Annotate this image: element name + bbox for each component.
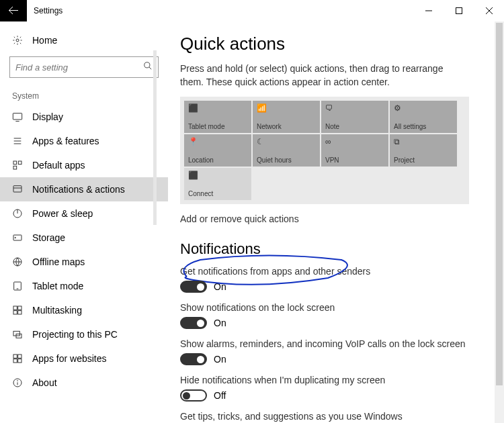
svg-rect-1: [456, 8, 462, 14]
qa-tile-icon: ⬛: [188, 103, 247, 113]
apps-icon: [12, 136, 23, 146]
toggle-state: On: [214, 318, 226, 328]
notification-setting: Hide notifications when I'm duplicating …: [180, 375, 484, 402]
notification-label: Hide notifications when I'm duplicating …: [180, 375, 484, 385]
sidebar-item-label: Projecting to this PC: [32, 329, 118, 340]
qa-tile[interactable]: ☾Quiet hours: [253, 134, 320, 167]
toggle-state: On: [214, 354, 226, 365]
qa-tile[interactable]: ⬛Connect: [184, 168, 251, 200]
qa-tile-icon: ⬛: [188, 171, 247, 180]
toggle-switch[interactable]: [180, 389, 207, 402]
qa-tile[interactable]: 📍Location: [184, 134, 251, 167]
sidebar-item-notifications[interactable]: Notifications & actions: [0, 177, 168, 201]
sidebar-item-label: About: [32, 377, 57, 388]
sidebar-scrollbar[interactable]: [153, 50, 157, 225]
qa-tile-icon: 📶: [257, 103, 316, 113]
quick-actions-grid: ⬛Tablet mode📶Network🗨Note⚙All settings📍L…: [180, 97, 469, 204]
search-box[interactable]: [9, 56, 159, 78]
qa-tile-label: All settings: [394, 123, 453, 130]
svg-rect-27: [18, 311, 22, 314]
main-scrollbar-thumb[interactable]: [496, 23, 503, 385]
tablet-icon: [12, 281, 23, 291]
add-remove-link[interactable]: Add or remove quick actions: [180, 214, 484, 224]
close-button[interactable]: [474, 0, 504, 21]
sidebar-item-multitask[interactable]: Multitasking: [0, 298, 168, 322]
sidebar: Home System DisplayApps & featuresDefaul…: [0, 21, 168, 423]
search-input[interactable]: [15, 62, 143, 73]
notification-setting: Get notifications from apps and other se…: [180, 266, 484, 293]
qa-tile-label: Connect: [188, 190, 247, 197]
quick-actions-subtext: Press and hold (or select) quick actions…: [180, 62, 449, 89]
multitask-icon: [12, 305, 23, 316]
toggle-state: On: [214, 281, 226, 292]
back-button[interactable]: 🡠: [0, 0, 27, 21]
qa-tile[interactable]: ∞VPN: [321, 134, 388, 167]
toggle-switch[interactable]: [180, 281, 207, 293]
notification-label: Show notifications on the lock screen: [180, 302, 484, 313]
sidebar-item-apps[interactable]: Apps & features: [0, 129, 168, 153]
notification-setting: Show notifications on the lock screenOn: [180, 302, 484, 329]
svg-rect-14: [13, 166, 17, 169]
qa-tile-icon: 🗨: [325, 103, 384, 113]
minimize-button[interactable]: [413, 0, 444, 21]
qa-tile[interactable]: ⚙All settings: [390, 101, 457, 133]
qa-tile-icon: 📍: [188, 137, 247, 146]
toggle-switch[interactable]: [180, 353, 207, 365]
qa-tile-label: Project: [394, 156, 453, 164]
sidebar-item-storage[interactable]: Storage: [0, 226, 168, 250]
notification-label: Show alarms, reminders, and incoming VoI…: [180, 338, 484, 349]
svg-rect-13: [18, 161, 22, 164]
qa-tile-label: VPN: [325, 156, 384, 164]
toggle-switch[interactable]: [180, 317, 207, 329]
home-nav[interactable]: Home: [0, 28, 168, 52]
main-content[interactable]: Quick actions Press and hold (or select)…: [168, 21, 504, 423]
toggle-state: Off: [214, 390, 226, 401]
sidebar-item-label: Multitasking: [32, 305, 82, 316]
sidebar-item-label: Storage: [32, 232, 65, 243]
default-apps-icon: [12, 160, 23, 171]
sidebar-item-label: Offline maps: [32, 256, 85, 267]
sidebar-item-project[interactable]: Projecting to this PC: [0, 322, 168, 346]
storage-icon: [12, 232, 23, 243]
qa-tile[interactable]: 🗨Note: [321, 101, 388, 133]
sidebar-item-default-apps[interactable]: Default apps: [0, 153, 168, 177]
svg-rect-12: [13, 161, 17, 164]
svg-rect-15: [13, 186, 22, 192]
arrow-left-icon: 🡠: [8, 5, 19, 17]
sidebar-item-about[interactable]: About: [0, 371, 168, 395]
svg-rect-28: [13, 331, 19, 336]
window-controls: [413, 0, 504, 21]
qa-tile-icon: ⧉: [394, 137, 453, 146]
qa-tile[interactable]: ⧉Project: [390, 134, 457, 167]
sidebar-item-label: Display: [32, 111, 63, 122]
svg-point-4: [16, 39, 19, 42]
svg-rect-33: [18, 359, 22, 363]
svg-rect-32: [13, 359, 17, 363]
sidebar-item-offline-maps[interactable]: Offline maps: [0, 250, 168, 274]
sidebar-item-power[interactable]: Power & sleep: [0, 201, 168, 226]
maximize-button[interactable]: [444, 0, 474, 21]
main-scrollbar-track[interactable]: [495, 21, 504, 423]
svg-point-36: [17, 381, 18, 381]
sidebar-item-apps-web[interactable]: Apps for websites: [0, 346, 168, 371]
sidebar-item-label: Apps for websites: [32, 353, 107, 364]
sidebar-item-label: Apps & features: [32, 136, 99, 146]
qa-tile-label: Quiet hours: [257, 156, 316, 164]
apps-web-icon: [12, 353, 23, 364]
sidebar-item-label: Notifications & actions: [32, 184, 125, 195]
sidebar-item-tablet[interactable]: Tablet mode: [0, 274, 168, 298]
qa-tile[interactable]: ⬛Tablet mode: [184, 101, 251, 133]
notification-setting: Show alarms, reminders, and incoming VoI…: [180, 338, 484, 365]
svg-rect-26: [13, 311, 17, 314]
home-label: Home: [32, 35, 57, 46]
sidebar-item-display[interactable]: Display: [0, 105, 168, 129]
qa-tile[interactable]: 📶Network: [253, 101, 320, 133]
qa-tile-label: Tablet mode: [188, 123, 247, 130]
svg-rect-30: [13, 355, 17, 358]
svg-rect-24: [13, 306, 17, 310]
svg-point-5: [144, 62, 150, 68]
svg-rect-31: [18, 355, 22, 358]
search-icon: [143, 61, 153, 73]
notification-setting: Get tips, tricks, and suggestions as you…: [180, 411, 484, 423]
qa-tile-label: Network: [257, 123, 316, 130]
